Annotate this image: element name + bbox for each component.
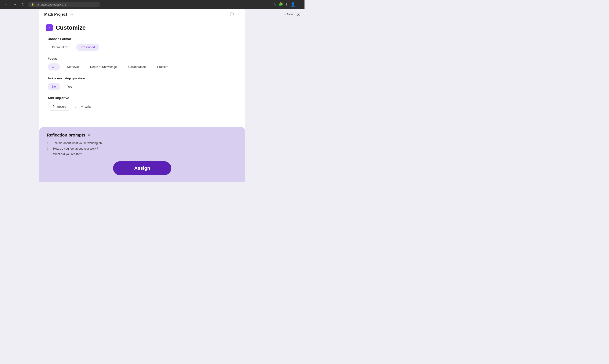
write-icon: ✏: [81, 105, 83, 108]
next-step-yes[interactable]: Yes: [63, 83, 77, 90]
reload-button[interactable]: ↻: [20, 2, 26, 7]
format-section: Choose Format Personalized Prescribed: [48, 37, 238, 51]
focus-section: Focus 4F Retrieval Depth of Knowledge Co…: [48, 57, 238, 70]
prompt-item-2: 2 How do you feel about your work?: [47, 147, 238, 150]
next-step-label: Ask a next step question: [48, 76, 238, 80]
browser-actions: ☆ 🧩 ⬇ 👤 ⋮: [273, 2, 301, 7]
record-label: Record: [57, 105, 66, 108]
prompt-item-1: 1 Tell me about what you're working on.: [47, 141, 238, 145]
profile-icon[interactable]: 👤: [291, 2, 295, 7]
browser-chrome: ← → ↻ 🔒 mirrortalk.ai/groups/4976 ☆ 🧩 ⬇ …: [0, 0, 304, 9]
objective-label: Add Objective: [48, 96, 238, 100]
prompt-text-3: What did you realize?: [53, 152, 82, 156]
write-label: Write: [85, 105, 92, 108]
extensions-icon[interactable]: 🧩: [278, 2, 283, 7]
star-icon[interactable]: ☆: [273, 2, 276, 7]
page-wrapper: Math Project ✏ ⓘ ⋮ ✓ Customize Choose Fo…: [0, 9, 304, 182]
prompt-num-2: 2: [47, 147, 50, 150]
new-button[interactable]: + New: [284, 12, 293, 16]
focus-retrieval[interactable]: Retrieval: [63, 63, 83, 70]
mic-icon: 🎙: [53, 105, 55, 108]
reflection-header: Reflection prompts ✏: [47, 133, 238, 138]
focus-pills: 4F Retrieval Depth of Knowledge Collabor…: [48, 63, 238, 70]
next-step-no[interactable]: No: [48, 83, 60, 90]
customize-title: Customize: [56, 24, 86, 31]
customize-header: ✓ Customize: [46, 24, 238, 31]
check-icon: ✓: [48, 26, 51, 30]
reflection-overlay: Reflection prompts ✏ 1 Tell me about wha…: [39, 127, 245, 182]
close-button[interactable]: ✕: [297, 12, 300, 17]
url-text: mirrortalk.ai/groups/4976: [36, 3, 66, 6]
project-title: Math Project: [44, 12, 67, 17]
format-label: Choose Format: [48, 37, 238, 41]
focus-more-button[interactable]: ›: [175, 64, 179, 70]
main-panel: Math Project ✏ ⓘ ⋮ ✓ Customize Choose Fo…: [39, 9, 245, 182]
reflection-title: Reflection prompts: [47, 133, 85, 138]
top-bar-actions: ⓘ ⋮: [230, 12, 240, 17]
record-write-row: 🎙 Record or ✏ Write: [48, 103, 238, 111]
more-options-button[interactable]: ⋮: [236, 12, 240, 17]
prompt-list: 1 Tell me about what you're working on. …: [47, 141, 238, 156]
prompt-text-1: Tell me about what you're working on.: [53, 141, 103, 145]
objective-section: Add Objective 🎙 Record or ✏ Write: [48, 96, 238, 111]
address-bar[interactable]: 🔒 mirrortalk.ai/groups/4976: [28, 2, 100, 7]
reflection-edit-button[interactable]: ✏: [88, 133, 91, 137]
focus-label: Focus: [48, 57, 238, 60]
right-panel: + New ✕: [245, 9, 304, 182]
next-step-section: Ask a next step question No Yes: [48, 76, 238, 90]
or-divider: or: [75, 105, 77, 108]
focus-collaboration[interactable]: Collaboration: [124, 63, 150, 70]
prompt-num-1: 1: [47, 141, 50, 145]
focus-depth[interactable]: Depth of Knowledge: [86, 63, 121, 70]
prompt-num-3: 3: [47, 152, 50, 156]
back-button[interactable]: ←: [3, 2, 9, 7]
format-pills: Personalized Prescribed: [48, 44, 238, 51]
lock-icon: 🔒: [31, 3, 34, 6]
record-button[interactable]: 🎙 Record: [48, 103, 71, 111]
next-step-pills: No Yes: [48, 83, 238, 90]
menu-icon[interactable]: ⋮: [297, 2, 301, 7]
customize-checkbox[interactable]: ✓: [46, 24, 53, 31]
forward-button[interactable]: →: [12, 2, 18, 7]
download-icon[interactable]: ⬇: [285, 2, 288, 7]
info-button[interactable]: ⓘ: [230, 12, 234, 17]
prompt-item-3: 3 What did you realize?: [47, 152, 238, 156]
format-personalized[interactable]: Personalized: [48, 44, 74, 51]
prompt-text-2: How do you feel about your work?: [53, 147, 98, 150]
top-bar: Math Project ✏ ⓘ ⋮: [39, 9, 245, 20]
sidebar: [0, 9, 39, 182]
focus-4f[interactable]: 4F: [48, 63, 60, 70]
focus-problem[interactable]: Problem: [153, 63, 172, 70]
format-prescribed[interactable]: Prescribed: [76, 44, 99, 51]
assign-button[interactable]: Assign: [113, 161, 171, 175]
write-button[interactable]: ✏ Write: [81, 105, 92, 108]
project-edit-button[interactable]: ✏: [69, 12, 75, 17]
